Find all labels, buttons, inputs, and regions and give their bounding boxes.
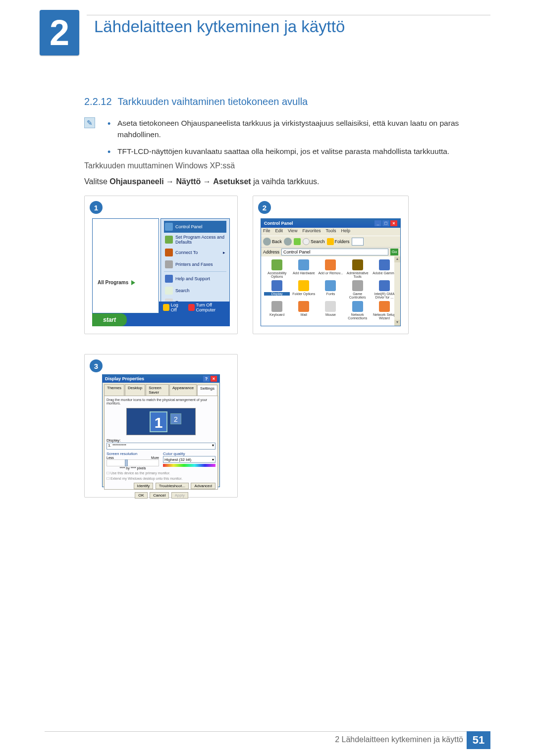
display-properties-dialog: Display Properties ? × ThemesDesktopScre… — [102, 374, 220, 487]
menu-item[interactable]: Help — [341, 228, 350, 235]
address-label: Address — [263, 250, 279, 254]
menu-item-icon — [165, 287, 173, 295]
color-quality-select[interactable]: Highest (32 bit)▾ — [163, 456, 215, 463]
cp-item-icon — [271, 259, 282, 270]
extend-desktop-checkbox[interactable]: ☐ Extend my Windows desktop onto this mo… — [107, 477, 215, 481]
back-button[interactable]: Back — [263, 238, 282, 246]
advanced-button[interactable]: Advanced — [191, 483, 215, 489]
start-menu-item[interactable]: Help and Support — [164, 273, 226, 285]
go-button[interactable]: Go — [390, 249, 398, 255]
control-panel-item[interactable]: Network Connections — [345, 301, 371, 320]
monitor-2[interactable]: 2 — [170, 413, 181, 424]
toolbar: Back Search Folders — [261, 236, 400, 248]
close-icon[interactable]: × — [211, 376, 217, 382]
titlebar: Control Panel _ □ × — [261, 219, 400, 228]
chapter-badge: 2 — [40, 10, 79, 55]
chapter-title: Lähdelaitteen kytkeminen ja käyttö — [94, 17, 345, 36]
control-panel-item[interactable]: Mail — [291, 301, 317, 320]
control-panel-item[interactable]: Add or Remov... — [318, 259, 343, 278]
display-select[interactable]: 1. *********▾ — [107, 443, 215, 450]
control-panel-item[interactable]: Accessibility Options — [264, 259, 290, 278]
step-badge: 1 — [90, 201, 103, 214]
maximize-icon[interactable]: □ — [382, 220, 389, 226]
dialog-title: Display Properties — [105, 376, 144, 381]
menu-item[interactable]: Favorites — [302, 228, 321, 235]
cp-item-icon — [352, 280, 363, 291]
menubar: FileEditViewFavoritesToolsHelp — [261, 228, 400, 236]
tab-themes[interactable]: Themes — [104, 384, 124, 396]
control-panel-item[interactable]: Add Hardware — [291, 259, 317, 278]
cp-item-icon — [298, 259, 309, 270]
document-page: 2 Lähdelaitteen kytkeminen ja käyttö 2.2… — [0, 0, 535, 756]
tab-settings[interactable]: Settings — [197, 385, 217, 396]
resolution-group: Screen resolution LessMore **** by **** … — [107, 452, 159, 470]
all-programs-button[interactable]: All Programs — [98, 280, 135, 285]
menu-item[interactable]: File — [263, 228, 270, 235]
scroll-up-icon[interactable]: ▴ — [394, 256, 400, 262]
identify-button[interactable]: Identify — [134, 483, 154, 489]
control-panel-item[interactable]: Administrative Tools — [345, 259, 371, 278]
control-panel-item[interactable]: Network Setup Wizard — [372, 301, 397, 320]
cancel-button[interactable]: Cancel — [150, 492, 169, 499]
tab-appearance[interactable]: Appearance — [169, 384, 197, 396]
ok-button[interactable]: OK — [135, 492, 148, 499]
menu-item[interactable]: Tools — [325, 228, 336, 235]
scroll-down-icon[interactable]: ▾ — [394, 320, 400, 326]
close-icon[interactable]: × — [390, 220, 397, 226]
start-button[interactable]: start — [92, 313, 127, 326]
search-button[interactable]: Search — [303, 238, 325, 245]
start-menu-item[interactable]: Connect To▸ — [164, 247, 226, 258]
turnoff-button[interactable]: Turn Off Computer — [188, 302, 230, 312]
start-menu-item[interactable]: Control Panel — [164, 221, 226, 233]
control-panel-item[interactable]: Keyboard — [264, 301, 290, 320]
footer-rule — [45, 731, 490, 732]
up-icon[interactable] — [294, 238, 301, 245]
primary-monitor-checkbox[interactable]: ☐ Use this device as the primary monitor… — [107, 471, 215, 475]
top-rule — [87, 15, 490, 15]
control-panel-item[interactable]: Display — [264, 280, 290, 299]
control-panel-item[interactable]: Fonts — [318, 280, 343, 299]
control-panel-item[interactable]: Mouse — [318, 301, 343, 320]
tab-desktop[interactable]: Desktop — [125, 384, 145, 396]
control-panel-grid: Accessibility OptionsAdd HardwareAdd or … — [261, 256, 400, 323]
menu-item-icon — [165, 260, 173, 268]
arrow-right-icon — [131, 280, 135, 285]
monitor-1[interactable]: 1 — [150, 411, 167, 432]
start-menu-item[interactable]: Set Program Access and Defaults — [164, 233, 226, 247]
help-icon[interactable]: ? — [203, 376, 210, 382]
control-panel-item[interactable]: Folder Options — [291, 280, 317, 299]
resolution-slider[interactable] — [107, 459, 159, 466]
section-heading: 2.2.12Tarkkuuden vaihtaminen tietokoneen… — [84, 96, 308, 107]
hint-text: Drag the monitor icons to match the phys… — [107, 398, 215, 405]
minimize-icon[interactable]: _ — [374, 220, 381, 226]
logoff-button[interactable]: Log Off — [163, 302, 184, 312]
slider-thumb[interactable] — [125, 459, 128, 466]
logoff-icon — [163, 304, 169, 311]
start-menu-footer: Log Off Turn Off Computer — [159, 302, 230, 313]
power-icon — [188, 304, 195, 311]
start-menu-left-pane: All Programs — [92, 218, 159, 313]
control-panel-item[interactable]: Intel(R) GMA Driver for ... — [372, 280, 397, 299]
views-button[interactable] — [352, 238, 364, 246]
cp-item-icon — [325, 301, 336, 312]
control-panel-item[interactable]: Adobe Gamma — [372, 259, 397, 278]
page-number: 51 — [467, 731, 490, 749]
address-input[interactable] — [281, 249, 388, 255]
menu-item[interactable]: View — [288, 228, 297, 235]
taskbar: start — [92, 313, 230, 326]
forward-icon[interactable] — [284, 238, 292, 246]
note-icon: ✎ — [84, 117, 95, 128]
menu-item[interactable]: Edit — [275, 228, 283, 235]
start-menu-item[interactable]: Printers and Faxes — [164, 258, 226, 270]
start-menu-item[interactable]: Search — [164, 285, 226, 297]
tab-screen-saver[interactable]: Screen Saver — [146, 384, 169, 396]
apply-button[interactable]: Apply — [171, 492, 188, 499]
cp-item-icon — [271, 301, 282, 312]
scrollbar[interactable]: ▴ ▾ — [394, 256, 400, 326]
folders-button[interactable]: Folders — [327, 238, 350, 245]
step-badge: 3 — [90, 359, 103, 372]
monitor-arrangement[interactable]: 1 2 — [126, 408, 196, 435]
troubleshoot-button[interactable]: Troubleshoot... — [156, 483, 189, 489]
control-panel-item[interactable]: Game Controllers — [345, 280, 371, 299]
cp-item-icon — [325, 259, 336, 270]
